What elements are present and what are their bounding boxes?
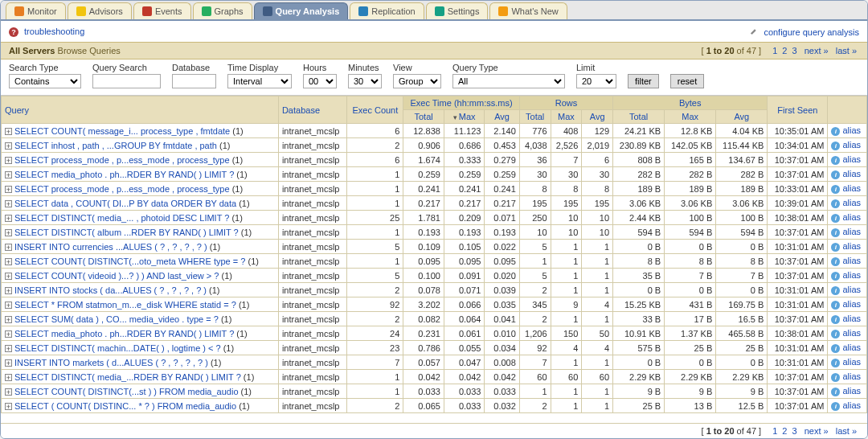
query-link[interactable]: SELECT COUNT( DISTINCT(...st ) ) FROM me… bbox=[14, 387, 239, 396]
col-b-total[interactable]: Total bbox=[613, 110, 665, 124]
info-icon[interactable]: i bbox=[831, 373, 840, 382]
expand-icon[interactable]: + bbox=[5, 345, 12, 352]
query-link[interactable]: INSERT INTO markets ( d...ALUES ( ? , ? … bbox=[14, 358, 208, 367]
query-link[interactable]: SELECT SUM( data ) , CO... media_video .… bbox=[14, 314, 219, 324]
pager-page-3[interactable]: 3 bbox=[792, 46, 796, 55]
col-query[interactable]: Query bbox=[2, 96, 279, 124]
info-icon[interactable]: i bbox=[831, 214, 840, 223]
expand-icon[interactable]: + bbox=[5, 200, 12, 207]
alias-link[interactable]: alias bbox=[842, 183, 861, 193]
alias-link[interactable]: alias bbox=[842, 227, 861, 236]
col-r-max[interactable]: Max bbox=[551, 110, 582, 124]
info-icon[interactable]: i bbox=[831, 388, 840, 396]
info-icon[interactable]: i bbox=[831, 170, 840, 179]
info-icon[interactable]: i bbox=[831, 344, 840, 353]
tab-events[interactable]: Events bbox=[133, 2, 191, 19]
info-icon[interactable]: i bbox=[831, 286, 840, 295]
alias-link[interactable]: alias bbox=[842, 154, 861, 164]
col-b-max[interactable]: Max bbox=[665, 110, 716, 124]
col-r-avg[interactable]: Avg bbox=[582, 110, 613, 124]
info-icon[interactable]: i bbox=[831, 402, 840, 411]
col-b-avg[interactable]: Avg bbox=[716, 110, 768, 124]
alias-link[interactable]: alias bbox=[842, 270, 861, 280]
tab-advisors[interactable]: Advisors bbox=[68, 2, 132, 19]
query-link[interactable]: SELECT media_photo . ph...RDER BY RAND( … bbox=[14, 329, 234, 338]
expand-icon[interactable]: + bbox=[5, 215, 12, 222]
col-database[interactable]: Database bbox=[278, 96, 347, 124]
col-et-max[interactable]: ▾Max bbox=[444, 110, 485, 124]
query-link[interactable]: SELECT COUNT( message_i... process_type … bbox=[14, 126, 230, 136]
info-icon[interactable]: i bbox=[831, 185, 840, 194]
query-link[interactable]: SELECT media_photo . ph...RDER BY RAND( … bbox=[14, 170, 234, 179]
alias-link[interactable]: alias bbox=[842, 125, 861, 135]
query-link[interactable]: INSERT INTO stocks ( da...ALUES ( ? , ? … bbox=[14, 285, 207, 295]
alias-link[interactable]: alias bbox=[842, 299, 861, 309]
info-icon[interactable]: i bbox=[831, 257, 840, 266]
query-link[interactable]: SELECT ( COUNT( DISTINC... * ? ) FROM me… bbox=[14, 401, 236, 411]
configure-link[interactable]: configure query analysis bbox=[764, 27, 859, 37]
results-table-wrap[interactable]: Query Database Exec Count Exec Time (hh:… bbox=[1, 96, 867, 423]
alias-link[interactable]: alias bbox=[842, 400, 861, 410]
col-et-avg[interactable]: Avg bbox=[485, 110, 519, 124]
filter-button[interactable]: filter bbox=[628, 74, 659, 88]
alias-link[interactable]: alias bbox=[842, 212, 861, 222]
expand-icon[interactable]: + bbox=[5, 171, 12, 178]
pager-next[interactable]: next » bbox=[805, 426, 829, 436]
alias-link[interactable]: alias bbox=[842, 386, 861, 396]
alias-link[interactable]: alias bbox=[842, 140, 861, 150]
query-link[interactable]: SELECT DISTINCT( album ...RDER BY RAND( … bbox=[14, 228, 239, 237]
info-icon[interactable]: i bbox=[831, 199, 840, 208]
expand-icon[interactable]: + bbox=[5, 287, 12, 294]
tab-monitor[interactable]: Monitor bbox=[6, 2, 66, 19]
expand-icon[interactable]: + bbox=[5, 128, 12, 135]
query-link[interactable]: SELECT DISTINCT( media_...RDER BY RAND( … bbox=[14, 372, 241, 382]
col-r-total[interactable]: Total bbox=[519, 110, 551, 124]
query-type-select[interactable]: All bbox=[452, 74, 565, 88]
pager-last[interactable]: last » bbox=[836, 46, 857, 55]
minutes-select[interactable]: 30 bbox=[348, 74, 382, 88]
search-type-select[interactable]: Contains bbox=[9, 74, 81, 88]
pager-page-1[interactable]: 1 bbox=[772, 46, 777, 55]
expand-icon[interactable]: + bbox=[5, 186, 12, 193]
alias-link[interactable]: alias bbox=[842, 241, 861, 251]
expand-icon[interactable]: + bbox=[5, 374, 12, 381]
troubleshooting-link[interactable]: troubleshooting bbox=[24, 27, 84, 36]
hours-select[interactable]: 00 bbox=[303, 74, 337, 88]
pager-page-2[interactable]: 2 bbox=[782, 46, 787, 55]
info-icon[interactable]: i bbox=[831, 243, 840, 252]
info-icon[interactable]: i bbox=[831, 156, 840, 165]
alias-link[interactable]: alias bbox=[842, 256, 861, 265]
alias-link[interactable]: alias bbox=[842, 343, 861, 352]
info-icon[interactable]: i bbox=[831, 127, 840, 136]
info-icon[interactable]: i bbox=[831, 301, 840, 310]
expand-icon[interactable]: + bbox=[5, 359, 12, 367]
database-input[interactable] bbox=[172, 74, 216, 88]
query-link[interactable]: SELECT inhost , path , ...GROUP BY fmtda… bbox=[14, 141, 217, 150]
alias-link[interactable]: alias bbox=[842, 328, 861, 338]
pager-page-1[interactable]: 1 bbox=[772, 426, 777, 436]
tab-what-s-new[interactable]: What's New bbox=[489, 2, 567, 19]
info-icon[interactable]: i bbox=[831, 315, 840, 324]
query-link[interactable]: SELECT data , COUNT( DI...P BY data ORDE… bbox=[14, 199, 236, 208]
alias-link[interactable]: alias bbox=[842, 357, 861, 367]
tab-graphs[interactable]: Graphs bbox=[193, 2, 252, 19]
expand-icon[interactable]: + bbox=[5, 258, 12, 265]
query-link[interactable]: SELECT * FROM statmon_m...e_disk WHERE s… bbox=[14, 300, 236, 310]
query-link[interactable]: SELECT process_mode , p...ess_mode , pro… bbox=[14, 155, 230, 165]
query-link[interactable]: SELECT DISTINCT( machin...DATE( ) , logt… bbox=[14, 343, 221, 353]
alias-link[interactable]: alias bbox=[842, 285, 861, 294]
tab-settings[interactable]: Settings bbox=[426, 2, 489, 19]
expand-icon[interactable]: + bbox=[5, 229, 12, 236]
query-link[interactable]: SELECT COUNT( videoid )...? ) ) AND last… bbox=[14, 271, 219, 281]
time-display-select[interactable]: Interval bbox=[227, 74, 292, 88]
pager-next[interactable]: next » bbox=[805, 46, 829, 55]
col-first-seen[interactable]: First Seen bbox=[768, 96, 828, 124]
expand-icon[interactable]: + bbox=[5, 316, 12, 323]
info-icon[interactable]: i bbox=[831, 359, 840, 367]
expand-icon[interactable]: + bbox=[5, 302, 12, 309]
tab-query-analysis[interactable]: Query Analysis bbox=[254, 2, 349, 19]
expand-icon[interactable]: + bbox=[5, 330, 12, 338]
expand-icon[interactable]: + bbox=[5, 403, 12, 410]
alias-link[interactable]: alias bbox=[842, 198, 861, 207]
reset-button[interactable]: reset bbox=[670, 74, 704, 88]
